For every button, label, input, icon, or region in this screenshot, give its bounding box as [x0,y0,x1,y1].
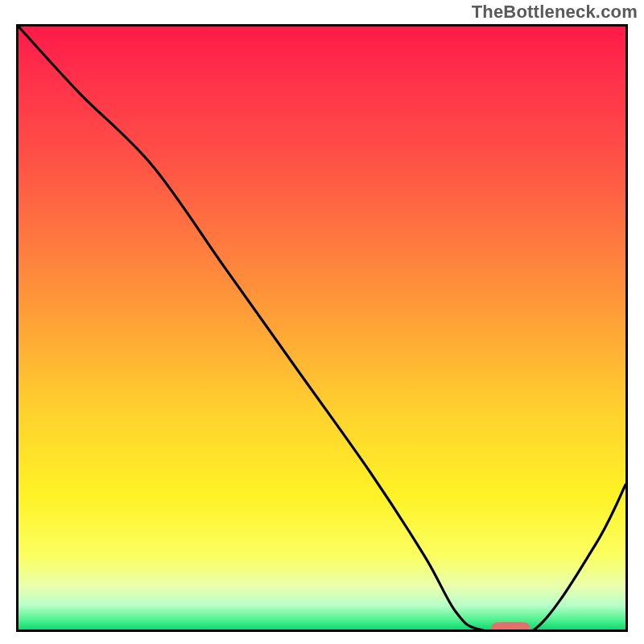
optimum-marker [491,622,530,632]
watermark-text: TheBottleneck.com [472,2,638,23]
chart-container: TheBottleneck.com [0,0,644,644]
bottleneck-curve [19,27,625,630]
plot-frame [16,24,628,632]
curve-layer [19,27,625,630]
